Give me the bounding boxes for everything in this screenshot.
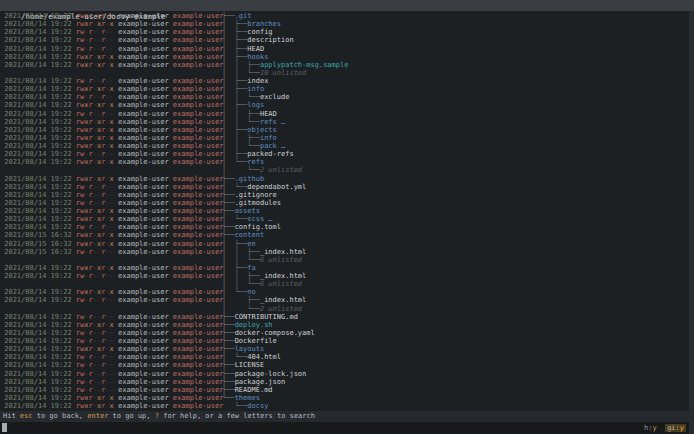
tree-row[interactable]: 2021/08/14 19:22 rw-r--r-- example-user …	[0, 183, 694, 191]
tree-row[interactable]: 2021/08/14 19:22 rwxr-xr-x example-user …	[0, 134, 694, 142]
row-permissions: rw-r--r--	[76, 150, 114, 158]
tree-branch-lines: │ │ ├──	[222, 272, 260, 280]
scrollbar[interactable]	[689, 11, 694, 434]
tree-row[interactable]: 2021/08/14 19:22 rw-r--r-- example-user …	[0, 361, 694, 369]
tree-row[interactable]: 2021/08/14 19:22 rw-r--r-- example-user …	[0, 45, 694, 53]
row-permissions: rw-r--r--	[76, 386, 114, 394]
row-permissions: rwxr-xr-x	[76, 231, 114, 239]
row-group: example-user	[173, 134, 224, 142]
row-permissions: rwxr-xr-x	[76, 264, 114, 272]
row-metadata: 2021/08/14 19:22 rwxr-xr-x example-user …	[0, 101, 222, 109]
row-date: 2021/08/14 19:22	[0, 386, 76, 394]
row-group: example-user	[173, 142, 224, 150]
tree-row[interactable]: 2021/08/14 19:22 rw-r--r-- example-user …	[0, 150, 694, 158]
tree-row[interactable]: 2021/08/14 19:22 rw-r--r-- example-user …	[0, 296, 694, 304]
row-group: example-user	[173, 85, 224, 93]
tree-row[interactable]: 2021/08/14 19:22 rwxr-xr-x example-user …	[0, 175, 694, 183]
tree-row[interactable]: 2021/08/14 19:22 rwxr-xr-x example-user …	[0, 215, 694, 223]
tree-row[interactable]: 2021/08/14 19:22 rwxr-xr-x example-user …	[0, 61, 694, 69]
row-metadata: 2021/08/14 19:22 rw-r--r-- example-user …	[0, 329, 222, 337]
tree-row[interactable]: 2021/08/15 16:32 rwxr-xr-x example-user …	[0, 231, 694, 239]
directory-name: hooks	[247, 53, 268, 61]
tree-row[interactable]: 2021/08/14 19:22 rw-r--r-- example-user …	[0, 313, 694, 321]
tree-row[interactable]: 2021/08/14 19:22 rwxr-xr-x example-user …	[0, 207, 694, 215]
directory-name: refs …	[260, 118, 285, 126]
tree-row[interactable]: 2021/08/14 19:22 rw-r--r-- example-user …	[0, 191, 694, 199]
tree-row[interactable]: 2021/08/14 19:22 rw-r--r-- example-user …	[0, 77, 694, 85]
row-owner: example-user	[118, 272, 169, 280]
row-date: 2021/08/14 19:22	[0, 101, 76, 109]
search-input[interactable]: h:y gi:y	[0, 422, 694, 434]
tree-branch-lines: │ ├──	[222, 264, 247, 272]
row-date: 2021/08/14 19:22	[0, 77, 76, 85]
tree-row[interactable]: 2021/08/14 19:22 rwxr-xr-x example-user …	[0, 85, 694, 93]
row-permissions: rwxr-xr-x	[76, 402, 114, 410]
tree-branch-lines: ├──	[222, 329, 235, 337]
tree-row[interactable]: 2021/08/14 19:22 rw-r--r-- example-user …	[0, 329, 694, 337]
tree-branch-lines: ├──	[222, 337, 235, 345]
row-date: 2021/08/14 19:22	[0, 158, 76, 166]
status-bar: Hit esc to go back, enter to go up, ? fo…	[0, 411, 694, 422]
tree-row[interactable]: 2021/08/14 19:22 rwxr-xr-x example-user …	[0, 345, 694, 353]
tree-row[interactable]: 2021/08/14 19:22 rwxr-xr-x example-user …	[0, 12, 694, 20]
tree-branch-lines: │ ├──	[222, 85, 247, 93]
row-owner: example-user	[118, 378, 169, 386]
tree-row[interactable]: 2021/08/14 19:22 rw-r--r-- example-user …	[0, 36, 694, 44]
tree-row[interactable]: 2021/08/14 19:22 rwxr-xr-x example-user …	[0, 53, 694, 61]
tree-row[interactable]: 2021/08/14 19:22 rwxr-xr-x example-user …	[0, 101, 694, 109]
directory-name: layouts	[235, 345, 265, 353]
tree-row[interactable]: 2021/08/15 16:32 rwxr-xr-x example-user …	[0, 240, 694, 248]
tree-row[interactable]: 2021/08/14 19:22 rwxr-xr-x example-user …	[0, 394, 694, 402]
tree-branch-lines: ├──	[222, 313, 235, 321]
tree-row[interactable]: 2021/08/14 19:22 rw-r--r-- example-user …	[0, 353, 694, 361]
directory-name: info	[247, 85, 264, 93]
row-group: example-user	[173, 28, 224, 36]
tree-row[interactable]: 2021/08/14 19:22 rwxr-xr-x example-user …	[0, 402, 694, 410]
tree-row[interactable]: │ │ └──6 unlisted	[0, 280, 694, 288]
row-permissions: rwxr-xr-x	[76, 12, 114, 20]
row-date: 2021/08/14 19:22	[0, 296, 76, 304]
tree-row[interactable]: 2021/08/14 19:22 rw-r--r-- example-user …	[0, 386, 694, 394]
tree-row[interactable]: 2021/08/14 19:22 rw-r--r-- example-user …	[0, 337, 694, 345]
tree-row[interactable]: │ └──2 unlisted	[0, 166, 694, 174]
tree-row[interactable]: 2021/08/14 19:22 rw-r--r-- example-user …	[0, 272, 694, 280]
row-date: 2021/08/14 19:22	[0, 191, 76, 199]
row-owner: example-user	[118, 12, 169, 20]
row-metadata: 2021/08/14 19:22 rw-r--r-- example-user …	[0, 45, 222, 53]
row-permissions: rwxr-xr-x	[76, 158, 114, 166]
row-metadata: 2021/08/14 19:22 rw-r--r-- example-user …	[0, 353, 222, 361]
row-metadata: 2021/08/15 16:32 rwxr-xr-x example-user …	[0, 231, 222, 239]
tree-row[interactable]: │ │ └──6 unlisted	[0, 256, 694, 264]
row-owner: example-user	[118, 150, 169, 158]
row-owner: example-user	[118, 345, 169, 353]
row-owner: example-user	[118, 337, 169, 345]
row-group: example-user	[173, 353, 224, 361]
tree-row[interactable]: 2021/08/14 19:22 rw-r--r-- example-user …	[0, 110, 694, 118]
tree-row[interactable]: 2021/08/14 19:22 rwxr-xr-x example-user …	[0, 20, 694, 28]
tree-branch-lines: └──	[222, 402, 247, 410]
row-owner: example-user	[118, 321, 169, 329]
row-metadata: 2021/08/14 19:22 rwxr-xr-x example-user …	[0, 158, 222, 166]
row-permissions: rwxr-xr-x	[76, 321, 114, 329]
tree-row[interactable]: 2021/08/14 19:22 rwxr-xr-x example-user …	[0, 126, 694, 134]
tree-row[interactable]: 2021/08/14 19:22 rw-r--r-- example-user …	[0, 378, 694, 386]
tree-branch-lines: │ ├──	[222, 53, 247, 61]
tree-row[interactable]: 2021/08/14 19:22 rwxr-xr-x example-user …	[0, 321, 694, 329]
tree-row[interactable]: 2021/08/14 19:22 rwxr-xr-x example-user …	[0, 158, 694, 166]
tree-row[interactable]: 2021/08/14 19:22 rwxr-xr-x example-user …	[0, 264, 694, 272]
tree-row[interactable]: 2021/08/14 19:22 rw-r--r-- example-user …	[0, 28, 694, 36]
tree-row[interactable]: 2021/08/14 19:22 rw-r--r-- example-user …	[0, 199, 694, 207]
tree-row[interactable]: 2021/08/14 19:22 rwxr-xr-x example-user …	[0, 288, 694, 296]
tree-row[interactable]: 2021/08/14 19:22 rw-r--r-- example-user …	[0, 223, 694, 231]
tree-row[interactable]: 2021/08/15 16:32 rw-r--r-- example-user …	[0, 248, 694, 256]
tree-row[interactable]: 2021/08/14 19:22 rw-r--r-- example-user …	[0, 370, 694, 378]
tree-row[interactable]: │ └──2 unlisted	[0, 305, 694, 313]
row-metadata: 2021/08/14 19:22 rw-r--r-- example-user …	[0, 337, 222, 345]
tree-row[interactable]: 2021/08/14 19:22 rw-r--r-- example-user …	[0, 93, 694, 101]
directory-name: assets	[235, 207, 260, 215]
row-group: example-user	[173, 20, 224, 28]
tree-row[interactable]: 2021/08/14 19:22 rwxr-xr-x example-user …	[0, 142, 694, 150]
tree-row[interactable]: 2021/08/14 19:22 rwxr-xr-x example-user …	[0, 118, 694, 126]
tree-row[interactable]: │ │ └──10 unlisted	[0, 69, 694, 77]
tree-branch-lines: ├──	[222, 370, 235, 378]
